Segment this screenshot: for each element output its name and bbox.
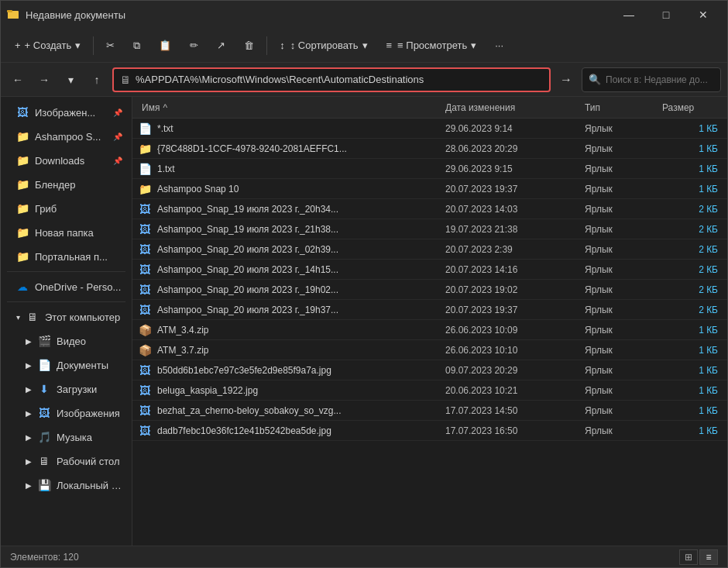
images2-expand-icon: ▶: [26, 409, 32, 418]
file-icon: 🖼: [139, 243, 151, 256]
window-title: Недавние документы: [26, 9, 611, 21]
file-name-cell: 📄 *.txt: [139, 122, 442, 135]
table-row[interactable]: 🖼 Ashampoo_Snap_20 июля 2023 г._19h37...…: [132, 300, 727, 320]
create-arrow-icon: ▾: [75, 40, 81, 51]
more-button[interactable]: ···: [487, 33, 511, 58]
col-header-size[interactable]: Размер: [659, 102, 721, 113]
cut-button[interactable]: ✂: [98, 33, 122, 58]
sidebar-item-grib[interactable]: 📁 Гриб: [4, 197, 129, 220]
sidebar-item-video[interactable]: ▶ 🎬 Видео: [4, 329, 129, 353]
more-icon: ···: [495, 40, 503, 51]
file-rows-container: 📄 *.txt 29.06.2023 9:14 Ярлык 1 КБ 📁 {78…: [132, 119, 727, 441]
file-icon: 🖼: [139, 263, 151, 276]
table-row[interactable]: 🖼 Ashampoo_Snap_20 июля 2023 г._19h02...…: [132, 280, 727, 300]
file-icon: 🖼: [139, 203, 151, 215]
sidebar-label-blender: Блендер: [35, 179, 122, 191]
sidebar-item-local[interactable]: ▶ 💾 Локальный ди...: [4, 473, 129, 497]
sidebar-item-new-folder[interactable]: 📁 Новая папка: [4, 221, 129, 244]
address-input[interactable]: [136, 74, 543, 85]
sort-button[interactable]: ↕ ↕ Сортировать ▾: [272, 33, 375, 58]
maximize-button[interactable]: □: [648, 2, 684, 27]
file-icon: 📁: [139, 143, 151, 155]
paste-button[interactable]: 📋: [151, 33, 179, 58]
minimize-button[interactable]: —: [611, 2, 647, 27]
docs-icon: 📄: [38, 359, 50, 371]
file-name-cell: 📦 ATM_3.7.zip: [139, 344, 442, 356]
view-list-button[interactable]: ≡: [699, 549, 718, 565]
file-size: 2 КБ: [659, 305, 721, 315]
sidebar-label-grib: Гриб: [35, 203, 122, 215]
sidebar-item-downloads[interactable]: 📁 Downloads 📌: [4, 149, 129, 172]
file-type: Ярлык: [582, 244, 659, 255]
file-label: dadb7febc10e36fc12e41b5242bea5de.jpg: [157, 425, 331, 436]
create-button[interactable]: + + Создать ▾: [7, 33, 88, 58]
file-icon: 🖼: [139, 284, 151, 296]
file-date: 20.07.2023 19:02: [442, 284, 582, 295]
delete-button[interactable]: 🗑: [236, 33, 262, 58]
table-row[interactable]: 🖼 b50dd6b1ebc7e97c3e5fe2d9e85f9a7a.jpg 0…: [132, 360, 727, 380]
sidebar-item-desktop[interactable]: ▶ 🖥 Рабочий стол: [4, 449, 129, 473]
view-grid-button[interactable]: ⊞: [679, 549, 698, 565]
back-button[interactable]: ←: [7, 69, 29, 91]
pin-icon-images: 📌: [113, 108, 122, 117]
table-row[interactable]: 🖼 Ashampoo_Snap_19 июля 2023 г._20h34...…: [132, 199, 727, 219]
file-size: 1 КБ: [659, 164, 721, 174]
dropdown-button[interactable]: ▾: [60, 69, 81, 91]
file-icon: 📦: [139, 344, 151, 356]
sidebar-item-images2[interactable]: ▶ 🖼 Изображения: [4, 401, 129, 425]
sidebar-item-portable[interactable]: 📁 Портальная п...: [4, 245, 129, 268]
search-box: 🔍: [582, 67, 721, 92]
up-button[interactable]: ↑: [86, 69, 108, 91]
file-type: Ярлык: [582, 345, 659, 356]
sidebar-label-local: Локальный ди...: [57, 480, 122, 491]
sidebar-label-video: Видео: [57, 336, 122, 347]
table-row[interactable]: 📁 {78C488D1-1CCF-4978-9240-2081AEFFC1...…: [132, 139, 727, 159]
file-date: 26.06.2023 10:10: [442, 345, 582, 356]
sidebar-label-new-folder: Новая папка: [35, 227, 122, 239]
file-size: 2 КБ: [659, 244, 721, 255]
sidebar-item-docs[interactable]: ▶ 📄 Документы: [4, 353, 129, 377]
file-label: ATM_3.7.zip: [157, 345, 208, 356]
table-row[interactable]: 🖼 beluga_kaspia_1922.jpg 20.06.2023 10:2…: [132, 380, 727, 401]
table-row[interactable]: 🖼 Ashampoo_Snap_20 июля 2023 г._02h39...…: [132, 239, 727, 260]
close-button[interactable]: ✕: [685, 2, 721, 27]
table-row[interactable]: 🖼 Ashampoo_Snap_20 июля 2023 г._14h15...…: [132, 260, 727, 280]
table-row[interactable]: 📦 ATM_3.7.zip 26.06.2023 10:10 Ярлык 1 К…: [132, 340, 727, 360]
file-date: 20.07.2023 14:16: [442, 264, 582, 275]
file-label: Ashampoo_Snap_20 июля 2023 г._19h37...: [157, 305, 338, 315]
col-header-date[interactable]: Дата изменения: [442, 102, 582, 113]
file-size: 1 КБ: [659, 325, 721, 336]
col-header-name[interactable]: Имя ^: [139, 102, 442, 113]
address-bar: ← → ▾ ↑ 🖥 → 🔍: [1, 63, 727, 97]
table-row[interactable]: 📁 Ashampoo Snap 10 20.07.2023 19:37 Ярлы…: [132, 179, 727, 199]
table-row[interactable]: 🖼 bezhat_za_cherno-beloy_sobakoy_so_vzg.…: [132, 401, 727, 421]
onedrive-icon: ☁: [16, 281, 29, 293]
table-row[interactable]: 🖼 dadb7febc10e36fc12e41b5242bea5de.jpg 1…: [132, 421, 727, 441]
copy-button[interactable]: ⧉: [125, 33, 148, 58]
share-button[interactable]: ↗: [209, 33, 233, 58]
address-input-wrap: 🖥: [112, 67, 551, 92]
rename-button[interactable]: ✏: [182, 33, 206, 58]
table-row[interactable]: 🖼 Ashampoo_Snap_19 июля 2023 г._21h38...…: [132, 219, 727, 239]
sidebar-item-downloads2[interactable]: ▶ ⬇ Загрузки: [4, 377, 129, 401]
window: Недавние документы — □ ✕ + + Создать ▾ ✂…: [0, 0, 728, 568]
file-name-cell: 🖼 bezhat_za_cherno-beloy_sobakoy_so_vzg.…: [139, 404, 442, 417]
table-row[interactable]: 📦 ATM_3.4.zip 26.06.2023 10:09 Ярлык 1 К…: [132, 320, 727, 340]
view-button[interactable]: ≡ ≡ Просмотреть ▾: [379, 33, 485, 58]
address-go-button[interactable]: →: [555, 69, 577, 91]
sidebar-divider-2: [7, 301, 125, 302]
sidebar-item-images[interactable]: 🖼 Изображен... 📌: [4, 101, 129, 124]
table-row[interactable]: 📄 1.txt 29.06.2023 9:15 Ярлык 1 КБ: [132, 159, 727, 179]
sidebar-item-computer[interactable]: ▾ 🖥 Этот компьютер: [4, 305, 129, 329]
sidebar-item-ashampoo[interactable]: 📁 Ashampoo S... 📌: [4, 125, 129, 148]
sidebar-label-images: Изображен...: [35, 107, 107, 119]
sidebar-item-music[interactable]: ▶ 🎵 Музыка: [4, 425, 129, 449]
table-row[interactable]: 📄 *.txt 29.06.2023 9:14 Ярлык 1 КБ: [132, 119, 727, 139]
file-label: ATM_3.4.zip: [157, 325, 208, 336]
file-date: 19.07.2023 21:38: [442, 224, 582, 235]
forward-button[interactable]: →: [33, 69, 55, 91]
sidebar-item-blender[interactable]: 📁 Блендер: [4, 173, 129, 196]
col-header-type[interactable]: Тип: [582, 102, 659, 113]
sidebar-item-onedrive[interactable]: ☁ OneDrive - Perso...: [4, 275, 129, 298]
search-input[interactable]: [606, 74, 722, 85]
